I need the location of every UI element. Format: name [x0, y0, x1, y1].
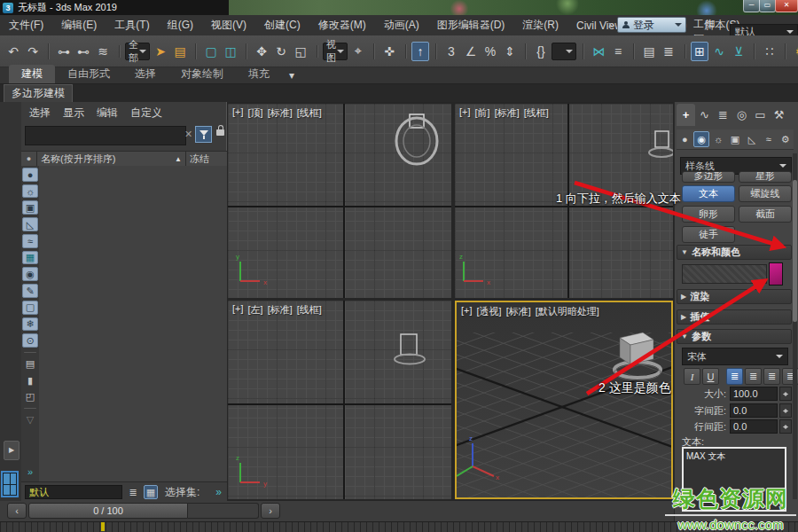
scene-object-list[interactable]: [39, 166, 227, 481]
ribbon-tab-freeform[interactable]: 自由形式: [55, 65, 122, 83]
section-button[interactable]: 截面: [739, 206, 792, 223]
viewport-menu-shading[interactable]: [线框]: [297, 303, 322, 317]
freehand-button[interactable]: 徒手: [682, 226, 735, 243]
hierarchy-tab[interactable]: ≣: [714, 104, 732, 126]
select-and-move-icon[interactable]: ✥: [253, 42, 270, 61]
selection-filter-dropdown[interactable]: 全部: [125, 43, 150, 60]
ribbon-config-icon[interactable]: ▾: [282, 67, 301, 83]
lock-icon[interactable]: [216, 129, 224, 136]
angle-snap-icon[interactable]: ∠: [462, 42, 480, 61]
viewport-menu-pov[interactable]: [前]: [475, 106, 490, 120]
menu-animation[interactable]: 动画(A): [375, 18, 428, 33]
keyboard-override-icon[interactable]: ↑: [411, 42, 429, 61]
display-helpers-icon[interactable]: ◺: [22, 217, 38, 231]
search-input[interactable]: [25, 126, 186, 145]
color-swatch[interactable]: [769, 262, 783, 286]
unlink-selection-icon[interactable]: ⊷: [74, 42, 92, 61]
viewport-top[interactable]: [+][顶][标准][线框] yx: [228, 104, 451, 298]
rollout-name-and-color[interactable]: ▼名称和颜色: [677, 245, 792, 260]
reference-coordinate-dropdown[interactable]: 视图: [323, 43, 348, 60]
explorer-menu-edit[interactable]: 编辑: [97, 106, 118, 121]
track-bar-marker[interactable]: [101, 522, 105, 531]
menu-graph-editors[interactable]: 图形编辑器(D): [428, 18, 514, 33]
object-name-field[interactable]: [682, 264, 767, 284]
polygon-modeling-button[interactable]: 多边形建模: [4, 84, 73, 102]
maximize-button[interactable]: ▭: [759, 0, 776, 12]
align-left-button[interactable]: ≣: [726, 368, 743, 385]
separator[interactable]: [24, 408, 36, 409]
curve-editor-icon[interactable]: ∿: [710, 42, 728, 61]
select-object-icon[interactable]: ➤: [152, 42, 169, 61]
viewport-perspective[interactable]: zx [+][透视][标准][默认明暗处理]: [455, 301, 673, 499]
systems-category-icon[interactable]: ⚙: [778, 131, 794, 147]
select-by-name-icon[interactable]: ▤: [171, 42, 189, 61]
minimize-button[interactable]: ─: [743, 0, 760, 12]
separator[interactable]: [24, 352, 36, 353]
display-frozen-icon[interactable]: ❄: [22, 317, 38, 332]
menu-modifiers[interactable]: 修改器(M): [309, 18, 375, 33]
italic-button[interactable]: I: [684, 368, 700, 385]
underline-button[interactable]: U: [702, 368, 719, 385]
menu-edit[interactable]: 编辑(E): [52, 18, 106, 33]
bind-to-spacewarp-icon[interactable]: ≋: [94, 42, 112, 61]
modify-tab[interactable]: ∿: [695, 104, 714, 126]
layer-explorer-toggle-icon[interactable]: ≣: [660, 42, 677, 61]
select-and-link-icon[interactable]: ⊶: [55, 42, 73, 61]
select-and-rotate-icon[interactable]: ↻: [272, 42, 290, 61]
menu-file[interactable]: 文件(F): [0, 18, 52, 33]
font-dropdown[interactable]: 宋体: [682, 348, 788, 365]
shapes-category-icon[interactable]: ◉: [693, 131, 709, 147]
display-geometry-icon[interactable]: ●: [22, 168, 38, 182]
named-sets-dropdown[interactable]: [552, 43, 576, 60]
percent-snap-icon[interactable]: %: [481, 42, 499, 61]
ribbon-toggle-icon[interactable]: ⊞: [691, 42, 708, 61]
rollout-rendering[interactable]: ▶渲染: [677, 289, 792, 304]
display-lights-icon[interactable]: ☼: [22, 184, 38, 199]
viewport-menu-pov[interactable]: [左]: [248, 303, 263, 317]
cameras-category-icon[interactable]: ▣: [727, 131, 743, 147]
viewport-menu-standard[interactable]: [标准]: [495, 106, 520, 120]
list-view-icon[interactable]: ▤: [22, 357, 38, 371]
menu-rendering[interactable]: 渲染(R): [513, 18, 567, 33]
viewport-menu-shading[interactable]: [线框]: [297, 106, 322, 120]
viewport-menu-standard[interactable]: [标准]: [268, 106, 293, 120]
mini-listener-icon[interactable]: ∷: [761, 42, 778, 61]
spinner-arrows[interactable]: [779, 387, 792, 401]
viewport-left[interactable]: [+][左][标准][线框] zy: [228, 301, 451, 499]
expand-arrow-button[interactable]: ▶: [4, 441, 20, 460]
close-button[interactable]: ✕: [775, 0, 798, 12]
display-containers-icon[interactable]: ▢: [22, 301, 38, 315]
filter-icon[interactable]: ▽: [22, 413, 38, 426]
scene-explorer-icon[interactable]: ▦: [144, 485, 158, 499]
viewport-menu-general[interactable]: [+]: [232, 303, 244, 317]
schematic-view-icon[interactable]: ⊻: [730, 42, 747, 61]
menu-views[interactable]: 视图(V): [202, 18, 255, 33]
frozen-column-header[interactable]: 冻结: [186, 152, 227, 167]
display-tab[interactable]: ▭: [751, 104, 770, 126]
object-type-column[interactable]: ●: [21, 152, 37, 167]
name-column-header[interactable]: 名称(按升序排序)▲: [37, 152, 186, 167]
detail-view-icon[interactable]: ◰: [22, 390, 38, 403]
text-button[interactable]: 文本: [682, 185, 735, 202]
viewport-menu-shading[interactable]: [线框]: [524, 106, 549, 120]
select-and-scale-icon[interactable]: ◱: [292, 42, 309, 61]
edit-named-sets-icon[interactable]: {}: [532, 42, 550, 61]
align-center-button[interactable]: ≣: [745, 368, 762, 385]
ribbon-tab-object-paint[interactable]: 对象绘制: [168, 65, 236, 83]
star-button[interactable]: 星形: [739, 171, 792, 183]
spacewarps-category-icon[interactable]: ≈: [761, 131, 777, 147]
rollout-parameters[interactable]: ▼参数: [677, 329, 792, 344]
helix-button[interactable]: 螺旋线: [739, 185, 792, 202]
kerning-field[interactable]: 0.0: [730, 403, 778, 418]
display-shapes-icon[interactable]: ✎: [22, 284, 38, 298]
ribbon-tab-populate[interactable]: 填充: [236, 65, 282, 83]
mirror-icon[interactable]: ⋈: [590, 42, 607, 61]
menu-tools[interactable]: 工具(T): [106, 18, 158, 33]
menu-create[interactable]: 创建(C): [255, 18, 309, 33]
clear-search-icon[interactable]: ✕: [184, 129, 192, 140]
menu-group[interactable]: 组(G): [159, 18, 202, 33]
select-and-manipulate-icon[interactable]: ✜: [380, 42, 398, 61]
leading-field[interactable]: 0.0: [730, 419, 778, 434]
snap-3d-icon[interactable]: 3: [442, 42, 460, 61]
motion-tab[interactable]: ◎: [732, 104, 751, 126]
